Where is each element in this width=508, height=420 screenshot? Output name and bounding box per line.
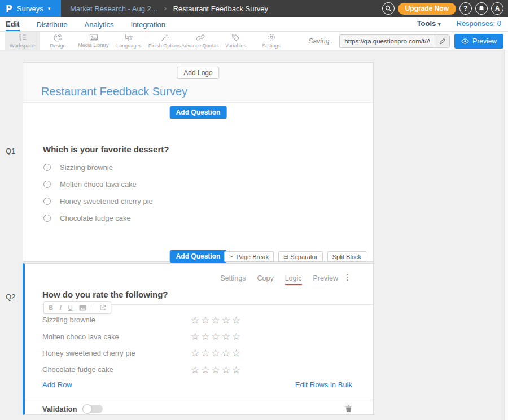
search-button[interactable]	[382, 2, 395, 15]
q2-row-label[interactable]: Chocolate fudge cake	[42, 365, 113, 374]
kebab-menu-icon[interactable]: ⋮	[343, 273, 352, 281]
toolbar-item-advance-quotas[interactable]: Advance Quotas	[182, 32, 218, 50]
avatar[interactable]: A	[491, 2, 503, 15]
question-number-q1: Q1	[6, 147, 15, 155]
survey-url-box	[339, 34, 450, 48]
tools-menu[interactable]: Tools ▾	[417, 19, 441, 28]
star-rating-icons[interactable]: ☆☆☆☆☆	[191, 314, 242, 326]
survey-title[interactable]: Restaurant Feedback Survey	[41, 85, 187, 98]
trash-icon[interactable]	[345, 404, 352, 413]
workspace-icon	[17, 33, 27, 42]
toolbar-right-group: Saving... Preview	[309, 32, 503, 50]
image-icon[interactable]	[79, 305, 86, 311]
q2-tab-logic[interactable]: Logic	[285, 274, 302, 285]
q1-option-label: Chocolate fudge cake	[60, 214, 131, 222]
edit-url-button[interactable]	[435, 35, 449, 47]
svg-text:★: ★	[126, 35, 129, 38]
italic-icon[interactable]: I	[59, 304, 62, 312]
toolbar-item-variables[interactable]: Variables	[218, 32, 253, 50]
q1-option[interactable]: Sizzling brownie	[43, 163, 153, 171]
q2-tab-copy[interactable]: Copy	[257, 274, 273, 285]
design-icon	[54, 33, 63, 42]
toolbar-item-label: Languages	[116, 43, 142, 49]
question-number-q2: Q2	[6, 292, 15, 301]
q1-option[interactable]: Molten choco lava cake	[43, 180, 153, 188]
notifications-button[interactable]	[475, 2, 488, 15]
toolbar-item-label: Media Library	[78, 42, 109, 48]
breadcrumb-folder[interactable]: Market Research - Aug 2...	[70, 5, 157, 13]
separator-button[interactable]: ⊟Separator	[278, 251, 323, 262]
toolbar-item-languages[interactable]: A★Languages	[111, 32, 147, 50]
radio-button-icon[interactable]	[43, 164, 51, 171]
survey-block-1: Add Logo Restaurant Feedback Survey Add …	[23, 62, 374, 262]
q1-option-label: Molten choco lava cake	[60, 180, 137, 189]
q1-option[interactable]: Chocolate fudge cake	[43, 214, 153, 222]
star-rating-icons[interactable]: ☆☆☆☆☆	[191, 347, 242, 358]
q2-rating-row: Molten choco lava cake☆☆☆☆☆	[42, 328, 353, 344]
add-logo-button[interactable]: Add Logo	[177, 67, 219, 79]
page-break-button[interactable]: ✂Page Break	[224, 251, 274, 262]
q2-rating-rows: Sizzling brownie☆☆☆☆☆Molten choco lava c…	[42, 312, 353, 378]
nav-right-group: Tools ▾ Responses: 0	[417, 19, 501, 28]
breadcrumb-separator-icon: ›	[164, 5, 167, 12]
topbar-actions: Upgrade Now ? A	[382, 0, 503, 17]
block-actions: ✂Page Break⊟SeparatorSplit Block	[224, 251, 366, 262]
add-question-button-top[interactable]: Add Question	[170, 106, 227, 119]
tab-distribute[interactable]: Distribute	[37, 18, 68, 30]
radio-button-icon[interactable]	[43, 215, 51, 222]
breadcrumb: Market Research - Aug 2... › Restaurant …	[70, 5, 268, 13]
toolbar-item-settings[interactable]: Settings	[253, 32, 289, 50]
q1-option[interactable]: Honey sweetened cherry pie	[43, 197, 153, 205]
surveys-menu[interactable]: P Surveys ▾	[0, 0, 61, 17]
validation-label: Validation	[42, 405, 77, 413]
validation-row: Validation	[42, 405, 103, 413]
saving-status: Saving...	[309, 37, 335, 45]
q2-row-label[interactable]: Sizzling brownie	[42, 316, 95, 324]
q2-row-label[interactable]: Molten choco lava cake	[42, 333, 119, 341]
help-button[interactable]: ?	[459, 2, 472, 15]
survey-url-input[interactable]	[340, 35, 435, 47]
bold-icon[interactable]: B	[49, 304, 53, 311]
q1-question-text[interactable]: Which is your favorite dessert?	[43, 145, 169, 154]
toolbar-item-workspace[interactable]: Workspace	[5, 32, 40, 50]
tab-analytics[interactable]: Analytics	[84, 18, 113, 30]
pencil-icon	[439, 38, 446, 45]
toolbar-item-label: Workspace	[10, 43, 35, 49]
languages-icon: A★	[125, 33, 134, 42]
add-row-link[interactable]: Add Row	[42, 380, 72, 389]
toolbar-item-media-library[interactable]: Media Library	[76, 32, 111, 50]
star-rating-icons[interactable]: ☆☆☆☆☆	[191, 331, 242, 342]
advance-quotas-icon	[196, 33, 205, 42]
q1-option-label: Honey sweetened cherry pie	[60, 197, 153, 205]
toolbar-item-design[interactable]: Design	[40, 32, 76, 50]
q2-tab-settings[interactable]: Settings	[220, 274, 246, 285]
bell-icon	[478, 5, 485, 12]
survey-block-q2[interactable]: SettingsCopyLogicPreview ⋮ How do you ra…	[23, 263, 374, 415]
q2-row-label[interactable]: Honey sweetened cherry pie	[42, 349, 135, 357]
radio-button-icon[interactable]	[43, 181, 51, 188]
q2-rating-row: Honey sweetened cherry pie☆☆☆☆☆	[42, 345, 353, 361]
split-block-button[interactable]: Split Block	[327, 251, 366, 262]
validation-toggle[interactable]	[82, 405, 103, 413]
q2-rating-row: Chocolate fudge cake☆☆☆☆☆	[42, 361, 353, 378]
star-rating-icons[interactable]: ☆☆☆☆☆	[191, 364, 242, 375]
finish-options-icon	[160, 33, 169, 42]
radio-button-icon[interactable]	[43, 198, 51, 205]
tab-integration[interactable]: Integration	[131, 18, 165, 30]
underline-icon[interactable]: U	[68, 304, 72, 311]
block-action-label: Page Break	[236, 253, 268, 260]
breadcrumb-survey-name: Restaurant Feedback Survey	[173, 5, 268, 13]
upgrade-now-button[interactable]: Upgrade Now	[398, 3, 456, 15]
edit-rows-in-bulk-link[interactable]: Edit Rows in Bulk	[295, 380, 352, 389]
toolbar-item-finish-options[interactable]: Finish Options	[147, 32, 182, 50]
q2-tab-preview[interactable]: Preview	[313, 274, 338, 285]
block-action-label: Split Block	[332, 253, 361, 260]
separator-icon: ⊟	[283, 253, 288, 260]
tab-edit[interactable]: Edit	[6, 18, 20, 31]
page-break-icon: ✂	[229, 253, 234, 260]
scrollbar[interactable]	[504, 50, 508, 420]
responses-count[interactable]: Responses: 0	[457, 19, 502, 28]
add-question-button-bottom[interactable]: Add Question	[170, 250, 227, 262]
external-link-icon[interactable]	[99, 304, 106, 311]
preview-button[interactable]: Preview	[454, 34, 503, 49]
